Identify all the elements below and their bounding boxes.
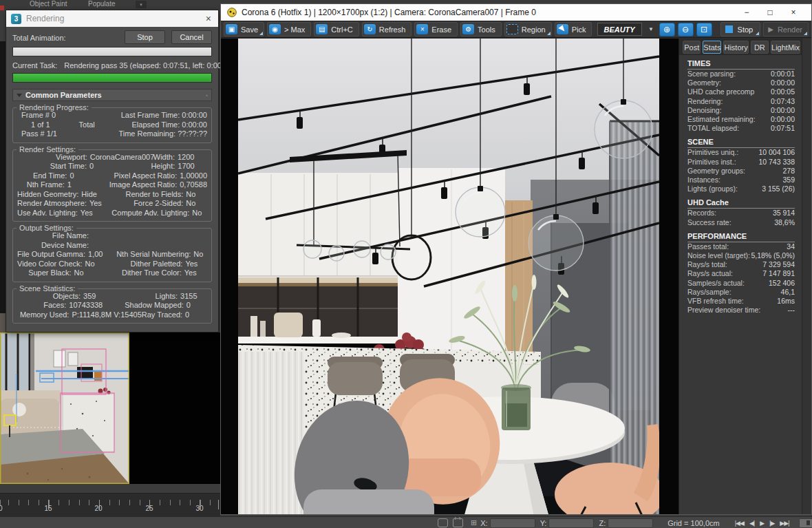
- copy-button[interactable]: ▤Ctrl+C: [314, 22, 359, 36]
- save-button[interactable]: ▣Save: [224, 22, 264, 36]
- window-controls: − □ ×: [735, 8, 805, 17]
- settings-row: Viewport:CoronaCamera007 Width:1200: [17, 153, 207, 162]
- section-title: UHD Cache: [687, 198, 795, 209]
- grid-size-label: Grid = 100,0cm: [667, 519, 720, 527]
- timeline-ruler[interactable]: 1015202530: [0, 493, 220, 517]
- stats-section-uhd-cache: UHD Cache Records:35 914Success rate:38,…: [687, 198, 795, 226]
- vfb-stop-button[interactable]: Stop: [720, 22, 761, 36]
- dialog-close-icon[interactable]: ×: [204, 14, 213, 23]
- zoom-out-icon[interactable]: ⊖: [678, 23, 694, 36]
- viewport-sliver: [0, 313, 6, 332]
- ribbon-tab-populate[interactable]: Populate: [88, 0, 115, 8]
- x-label: X:: [480, 519, 487, 527]
- playback-button[interactable]: |▶: [769, 520, 774, 527]
- settings-row: Video Color Check:No Dither Paletted:Yes: [17, 260, 207, 269]
- y-field[interactable]: [548, 518, 594, 528]
- group-title: Output Settings:: [17, 224, 76, 232]
- total-animation-label: Total Animation:: [12, 30, 66, 42]
- viewport-scene: [0, 332, 129, 484]
- tab-post[interactable]: Post: [683, 41, 701, 54]
- set-key-button[interactable]: [799, 518, 812, 528]
- vfb-titlebar[interactable]: Corona 6 (Hotfix 1) | 1200×1700px (1:2) …: [221, 4, 811, 21]
- pass-number: Pass # 1/1: [17, 129, 57, 139]
- rendering-progress-group: Rendering Progress: Frame # 0Last Frame …: [12, 107, 212, 143]
- corona-vfb-window: Corona 6 (Hotfix 1) | 1200×1700px (1:2) …: [220, 3, 812, 515]
- coord-y: Y:: [540, 518, 595, 528]
- render-settings-group: Render Settings: Viewport:CoronaCamera00…: [12, 149, 212, 222]
- playback-button[interactable]: |◀◀: [735, 520, 744, 527]
- tools-button[interactable]: ⚙Tools: [460, 22, 502, 36]
- select-and-link-icon[interactable]: [438, 518, 448, 527]
- coordinate-display-icon[interactable]: ⊞: [471, 518, 477, 527]
- x-field[interactable]: [490, 518, 535, 528]
- channel-dropdown-icon[interactable]: ▼: [646, 23, 656, 36]
- channel-selector[interactable]: BEAUTY: [597, 23, 641, 36]
- selection-lock-icon[interactable]: [453, 518, 463, 527]
- erase-button[interactable]: ×Erase: [414, 22, 458, 36]
- tab-history[interactable]: History: [723, 41, 748, 54]
- settings-row: Super Black:No Dither True Color:Yes: [17, 268, 207, 278]
- ribbon-dropdown-icon[interactable]: ▾: [136, 1, 147, 8]
- playback-button[interactable]: ◀|: [749, 520, 754, 527]
- dialog-titlebar[interactable]: 3 Rendering ×: [6, 10, 218, 27]
- cancel-button[interactable]: Cancel: [171, 30, 212, 44]
- vfb-title-text: Corona 6 (Hotfix 1) | 1200×1700px (1:2) …: [242, 8, 536, 17]
- total-label: Total: [50, 120, 95, 130]
- stop-button[interactable]: Stop: [125, 30, 165, 44]
- playback-button[interactable]: ▶▶|: [780, 520, 789, 527]
- zoom-in-icon[interactable]: ⊕: [659, 23, 675, 36]
- secondary-viewport[interactable]: [129, 332, 220, 485]
- tab-dr[interactable]: DR: [751, 41, 769, 54]
- region-icon: [506, 24, 518, 34]
- vfb-tabs: Post Stats History DR LightMix: [679, 39, 811, 55]
- rollout-arrow-icon: [17, 94, 22, 97]
- close-icon[interactable]: ×: [782, 8, 805, 17]
- statistics-row: Memory Used:P:11148,8M V:15405 Ray Trace…: [17, 310, 207, 320]
- current-task-label: Current Task:: [12, 61, 57, 70]
- vfb-render-button[interactable]: ▶Render: [763, 22, 809, 36]
- stats-row: Primitives uniq.:10 004 106: [687, 148, 795, 157]
- minimize-icon[interactable]: −: [735, 8, 758, 17]
- y-label: Y:: [540, 519, 547, 527]
- stats-row: Passes total:34: [687, 242, 795, 251]
- render-canvas[interactable]: [221, 39, 679, 514]
- common-parameters-rollout[interactable]: Common Parameters ▪: [12, 89, 212, 101]
- stats-row: Success rate:38,6%: [687, 218, 795, 227]
- zoom-fit-icon[interactable]: ⊡: [696, 23, 712, 36]
- maximize-icon[interactable]: □: [758, 8, 782, 17]
- elapsed-time: Elapsed Time: 0:00:00: [132, 120, 207, 130]
- stats-section-performance: PERFORMANCE Passes total:34Noise level (…: [687, 232, 795, 315]
- output-settings-group: Output Settings: File Name: Device Name:: [12, 228, 212, 282]
- send-to-max-button[interactable]: ◉> Max: [267, 22, 311, 36]
- time-remaining: Time Remaining: ??:??:??: [118, 129, 207, 139]
- region-button[interactable]: Region: [504, 22, 552, 36]
- stats-row: Denoising:0:00:00: [687, 106, 795, 115]
- camera-viewport-preview[interactable]: [0, 332, 129, 484]
- section-title: PERFORMANCE: [687, 232, 795, 242]
- frame-count: 1 of 1: [17, 120, 50, 130]
- settings-row: File Name:: [17, 231, 207, 241]
- settings-row: Nth Frame:1 Image Aspect Ratio:0,70588: [17, 180, 207, 190]
- timeline-label: 15: [41, 505, 56, 512]
- group-title: Render Settings:: [17, 145, 78, 154]
- playback-button[interactable]: ▶: [760, 520, 764, 527]
- status-bar: ⊞ X: Y: Z: Grid = 100,0cm |◀◀◀|▶|▶▶▶| Au…: [0, 516, 812, 528]
- tab-lightmix[interactable]: LightMix: [771, 41, 800, 54]
- timeline-label: 25: [142, 505, 157, 512]
- timeline-label: 10: [0, 505, 6, 512]
- refresh-icon: ↻: [364, 24, 376, 34]
- stats-row: Samples/s actual:152 406: [687, 279, 795, 288]
- statistics-row: Objects:359 Lights:3155: [17, 292, 207, 302]
- tab-stats[interactable]: Stats: [703, 41, 721, 54]
- pick-button[interactable]: Pick: [555, 22, 592, 36]
- group-title: Rendering Progress:: [17, 103, 92, 112]
- refresh-button[interactable]: ↻Refresh: [362, 22, 412, 36]
- ribbon-tab-object-paint[interactable]: Object Paint: [30, 0, 67, 8]
- current-task-value: Rendering pass 35 (elapsed: 0:07:51, lef…: [64, 61, 235, 70]
- stats-panel: Post Stats History DR LightMix TIMES Sce…: [679, 39, 811, 514]
- viewport-edge-marker: [0, 6, 4, 10]
- viewport-left-edge: [0, 41, 6, 332]
- app-screen: Object Paint Populate ▾: [0, 0, 812, 528]
- z-field[interactable]: [608, 518, 653, 528]
- corona-max-icon: ◉: [269, 24, 281, 34]
